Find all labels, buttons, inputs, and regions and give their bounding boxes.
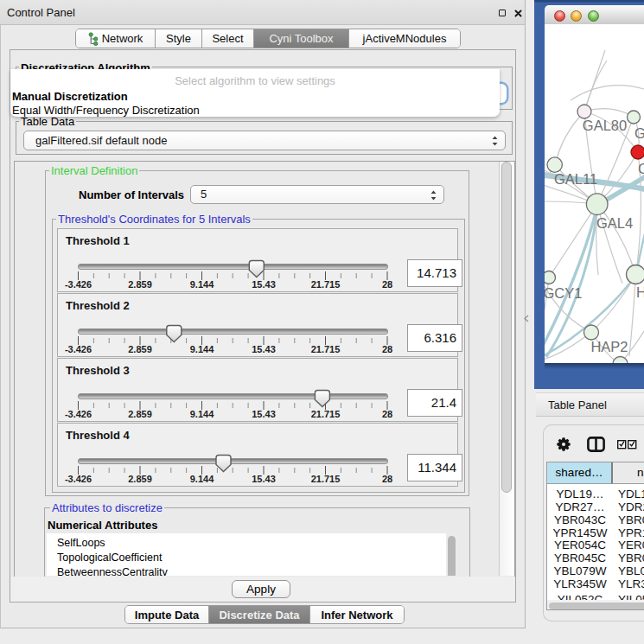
svg-text:9.144: 9.144 bbox=[190, 279, 214, 290]
svg-text:-3.426: -3.426 bbox=[65, 344, 92, 354]
svg-text:2.859: 2.859 bbox=[128, 474, 152, 484]
svg-text:28: 28 bbox=[382, 474, 392, 484]
svg-text:-3.426: -3.426 bbox=[65, 279, 92, 290]
svg-text:21.715: 21.715 bbox=[311, 344, 341, 354]
svg-text:15.43: 15.43 bbox=[252, 344, 276, 354]
svg-text:28: 28 bbox=[382, 279, 392, 290]
svg-text:9.144: 9.144 bbox=[190, 409, 214, 419]
svg-text:GAL11: GAL11 bbox=[554, 171, 597, 187]
svg-text:15.43: 15.43 bbox=[252, 474, 276, 484]
svg-text:HA: HA bbox=[636, 284, 644, 300]
svg-text:2.859: 2.859 bbox=[128, 279, 152, 290]
svg-text:21.715: 21.715 bbox=[311, 474, 341, 484]
svg-text:21.715: 21.715 bbox=[311, 409, 341, 419]
svg-text:9.144: 9.144 bbox=[190, 344, 214, 354]
svg-text:2.859: 2.859 bbox=[128, 344, 152, 354]
svg-text:GCY1: GCY1 bbox=[545, 285, 582, 301]
svg-text:28: 28 bbox=[382, 344, 392, 354]
svg-text:GA: GA bbox=[634, 125, 644, 141]
svg-text:2.859: 2.859 bbox=[128, 409, 152, 419]
svg-text:GAL4: GAL4 bbox=[596, 215, 633, 231]
svg-text:15.43: 15.43 bbox=[252, 279, 276, 290]
svg-text:9.144: 9.144 bbox=[190, 474, 214, 484]
svg-text:-3.426: -3.426 bbox=[65, 409, 92, 419]
svg-text:15.43: 15.43 bbox=[252, 409, 276, 419]
svg-text:HAP2: HAP2 bbox=[590, 339, 628, 354]
svg-text:CA: CA bbox=[638, 161, 644, 176]
svg-text:28: 28 bbox=[382, 409, 392, 419]
svg-text:-3.426: -3.426 bbox=[65, 474, 92, 484]
svg-text:GAL80: GAL80 bbox=[583, 118, 627, 133]
svg-text:21.715: 21.715 bbox=[311, 279, 341, 290]
